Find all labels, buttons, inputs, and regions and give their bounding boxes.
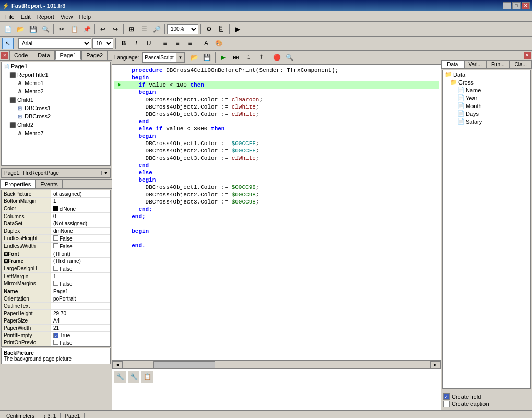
page-selector-arrow[interactable]: ▼ — [101, 171, 110, 175]
menu-help[interactable]: Help — [76, 13, 94, 21]
run-code[interactable]: ▶ — [218, 52, 229, 63]
undo-button[interactable]: ↩ — [97, 23, 109, 35]
prop-val[interactable]: False — [51, 265, 110, 272]
r-tree-data[interactable]: 📁 Data — [443, 70, 530, 78]
tab-data[interactable]: Data — [33, 51, 54, 60]
align-center[interactable]: ≡ — [172, 38, 183, 49]
open-button[interactable]: 📂 — [15, 23, 26, 35]
tree-child2[interactable]: ⬛ Child2 — [2, 121, 110, 129]
step-over[interactable]: ⏭ — [230, 52, 242, 63]
report-options[interactable]: ⚙ — [203, 23, 215, 35]
tab-page2[interactable]: Page2 — [81, 51, 108, 60]
tree-dbcross1[interactable]: ⊞ DBCross1 — [2, 104, 110, 112]
prop-val[interactable]: False — [51, 339, 110, 347]
prop-val[interactable]: ot assigned) — [51, 190, 110, 197]
menu-report[interactable]: Report — [34, 13, 57, 21]
font-size-select[interactable]: 10 — [92, 38, 113, 49]
zoom-button[interactable]: 🔎 — [151, 23, 162, 35]
menu-edit[interactable]: Edit — [18, 13, 34, 21]
language-arrow[interactable]: ▼ — [176, 53, 184, 62]
prop-val[interactable]: False — [51, 243, 110, 250]
right-tab-vari[interactable]: Vari... — [464, 60, 487, 68]
redo-button[interactable]: ↪ — [110, 23, 121, 35]
prop-val[interactable]: 29,70 — [51, 310, 110, 317]
prop-val[interactable]: clNone — [51, 205, 110, 212]
italic-button[interactable]: I — [131, 38, 142, 49]
create-field-checkbox[interactable]: ✓ — [443, 393, 450, 400]
r-tree-month[interactable]: 📄 Month — [443, 102, 530, 110]
right-tab-data[interactable]: Data — [441, 60, 464, 68]
scroll-right[interactable]: ► — [430, 361, 441, 368]
prop-val[interactable]: Page1 — [51, 288, 110, 295]
new-button[interactable]: 📄 — [2, 23, 14, 35]
tree-reporttitle1[interactable]: ⬛ ReportTitle1 — [2, 70, 110, 79]
step-into[interactable]: ⤵ — [243, 52, 254, 63]
paste-button[interactable]: 📌 — [81, 23, 92, 35]
tab-events[interactable]: Events — [36, 180, 63, 188]
bottom-icon-1[interactable]: 🔧 — [114, 371, 126, 383]
maximize-button[interactable]: □ — [512, 2, 521, 9]
data-sources[interactable]: 🗄 — [216, 23, 227, 35]
code-scrollbar[interactable]: ◄ ► — [112, 360, 441, 368]
align-left[interactable]: ≡ — [159, 38, 171, 49]
align-right[interactable]: ≡ — [184, 38, 196, 49]
left-panel-close[interactable]: ✕ — [1, 52, 8, 59]
prop-val[interactable]: 1 — [51, 198, 110, 205]
r-tree-cross[interactable]: 📁 Cross — [443, 78, 530, 86]
prop-val[interactable]: A4 — [51, 317, 110, 324]
grid-button[interactable]: ⊞ — [126, 23, 137, 35]
r-tree-salary[interactable]: 📄 Salary — [443, 117, 530, 125]
bold-button[interactable]: B — [118, 38, 129, 49]
align-button[interactable]: ☰ — [138, 23, 150, 35]
code-save[interactable]: 💾 — [202, 52, 213, 63]
right-tree[interactable]: 📁 Data 📁 Cross 📄 Name 📄 Year 📄 Month 📄 — [442, 70, 531, 389]
step-out[interactable]: ⤴ — [255, 52, 267, 63]
save-button[interactable]: 💾 — [27, 23, 39, 35]
props-scroll[interactable]: BackPicture ot assigned) BottomMargin 1 … — [1, 190, 111, 347]
menu-view[interactable]: View — [57, 13, 76, 21]
underline-button[interactable]: U — [143, 38, 155, 49]
prop-val[interactable]: (TfrxFrame) — [51, 258, 110, 265]
prop-val[interactable]: False — [51, 235, 110, 242]
bottom-icon-3[interactable]: 📋 — [141, 371, 153, 383]
copy-button[interactable]: 📋 — [68, 23, 80, 35]
prop-val[interactable]: (TFont) — [51, 250, 110, 257]
tab-code[interactable]: Code — [9, 51, 32, 60]
prop-val[interactable]: False — [51, 280, 110, 288]
checkbox-create-field[interactable]: ✓ Create field — [443, 393, 530, 400]
close-button[interactable]: ✕ — [522, 2, 530, 9]
cut-button[interactable]: ✂ — [56, 23, 67, 35]
language-selector[interactable]: PascalScript ▼ — [142, 52, 185, 63]
right-tab-cla[interactable]: Cla... — [510, 60, 533, 68]
r-tree-name[interactable]: 📄 Name — [443, 86, 530, 94]
arrow-tool[interactable]: ↖ — [2, 38, 14, 49]
r-tree-year[interactable]: 📄 Year — [443, 94, 530, 102]
bg-color[interactable]: 🎨 — [213, 38, 224, 49]
prop-val[interactable]: dmNone — [51, 228, 110, 234]
right-tab-fun[interactable]: Fun... — [487, 60, 510, 68]
search-code[interactable]: 🔍 — [284, 52, 295, 63]
create-caption-checkbox[interactable] — [443, 401, 450, 407]
tree-memo1[interactable]: A Memo1 — [2, 79, 110, 87]
breakpoint[interactable]: 🔴 — [271, 52, 283, 63]
tab-page1[interactable]: Page1 — [55, 51, 81, 60]
prop-val[interactable]: 1 — [51, 273, 110, 280]
prop-val[interactable]: (Not assigned) — [51, 220, 110, 227]
tree-page1[interactable]: 📄 Page1 — [2, 62, 110, 70]
tab-properties[interactable]: Properties — [0, 180, 36, 188]
run-button[interactable]: ▶ — [232, 23, 243, 35]
tree-dbcross2[interactable]: ⊞ DBCross2 — [2, 112, 110, 121]
prop-val[interactable] — [51, 303, 110, 309]
r-tree-days[interactable]: 📄 Days — [443, 110, 530, 117]
checkbox-create-caption[interactable]: Create caption — [443, 401, 530, 407]
code-editor[interactable]: procedure DBCross4Cell0OnBeforePrint(Sen… — [112, 65, 441, 360]
menu-file[interactable]: File — [2, 13, 18, 21]
bottom-icon-2[interactable]: 🔧 — [128, 371, 139, 383]
prop-val[interactable]: poPortrait — [51, 295, 110, 302]
right-panel-close[interactable]: ✕ — [524, 52, 531, 59]
scroll-left[interactable]: ◄ — [112, 361, 123, 368]
font-color[interactable]: A — [200, 38, 212, 49]
font-select[interactable]: Arial — [18, 38, 91, 49]
scroll-thumb[interactable] — [153, 361, 215, 368]
minimize-button[interactable]: — — [503, 2, 511, 9]
